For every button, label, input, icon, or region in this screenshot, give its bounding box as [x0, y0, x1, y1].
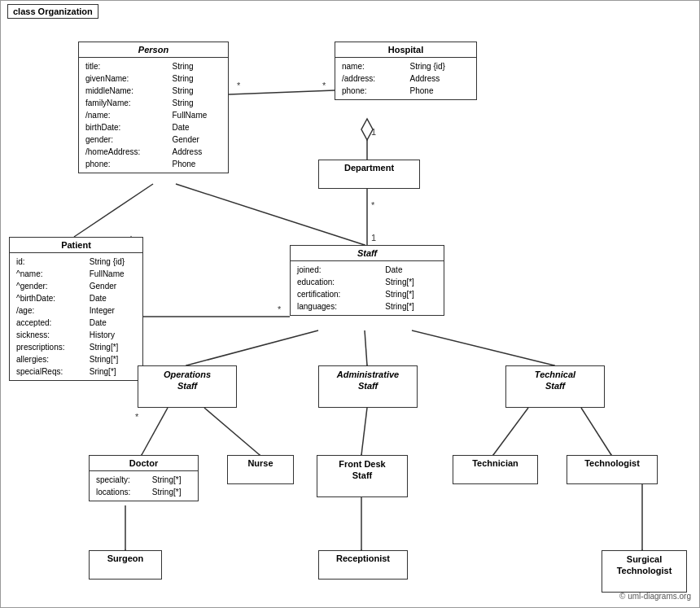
diagram-container: class Organization	[0, 0, 700, 608]
surgeon-class: Surgeon	[89, 550, 162, 580]
surgical-technologist-class: SurgicalTechnologist	[602, 550, 687, 593]
staff-header: Staff	[291, 246, 444, 261]
technical-staff-class: TechnicalStaff	[505, 365, 605, 408]
svg-text:1: 1	[371, 233, 376, 243]
person-class: Person title:String givenName:String mid…	[78, 42, 229, 173]
svg-line-9	[142, 408, 168, 455]
nurse-class: Nurse	[227, 455, 294, 484]
surgeon-header: Surgeon	[90, 551, 161, 566]
doctor-header: Doctor	[90, 456, 198, 471]
doctor-body: specialty:String[*] locations:String[*]	[90, 471, 198, 501]
svg-text:*: *	[322, 81, 326, 90]
svg-line-2	[229, 90, 335, 94]
technician-class: Technician	[453, 455, 538, 484]
diagram-title: class Organization	[7, 4, 98, 19]
patient-header: Patient	[10, 238, 142, 253]
svg-line-12	[493, 408, 528, 455]
patient-class: Patient id:String {id} ^name:FullName ^g…	[9, 237, 143, 381]
department-header: Department	[319, 160, 419, 175]
svg-line-6	[186, 330, 318, 365]
hospital-body: name:String {id} /address:Address phone:…	[335, 58, 476, 99]
svg-line-1	[176, 184, 365, 245]
svg-text:*: *	[278, 304, 282, 314]
svg-text:1: 1	[371, 127, 376, 137]
technologist-header: Technologist	[567, 456, 657, 470]
svg-line-7	[365, 330, 367, 365]
operations-staff-header: OperationsStaff	[138, 366, 236, 395]
surgical-technologist-header: SurgicalTechnologist	[602, 551, 686, 580]
staff-body: joined:Date education:String[*] certific…	[291, 261, 444, 315]
svg-line-13	[581, 408, 611, 455]
administrative-staff-header: AdministrativeStaff	[319, 366, 417, 395]
svg-text:*: *	[237, 81, 241, 90]
svg-marker-4	[361, 119, 373, 140]
person-body: title:String givenName:String middleName…	[79, 58, 228, 173]
receptionist-class: Receptionist	[318, 550, 408, 580]
technician-header: Technician	[453, 456, 537, 470]
doctor-class: Doctor specialty:String[*] locations:Str…	[89, 455, 199, 501]
technologist-class: Technologist	[567, 455, 658, 484]
svg-text:*: *	[371, 200, 375, 210]
patient-body: id:String {id} ^name:FullName ^gender:Ge…	[10, 253, 142, 380]
staff-class: Staff joined:Date education:String[*] ce…	[290, 245, 444, 316]
front-desk-staff-class: Front DeskStaff	[317, 455, 408, 497]
svg-text:*: *	[135, 412, 139, 422]
department-class: Department	[318, 160, 420, 189]
hospital-header: Hospital	[335, 42, 476, 58]
nurse-header: Nurse	[228, 456, 293, 470]
svg-line-0	[74, 184, 153, 237]
receptionist-header: Receptionist	[319, 551, 407, 566]
technical-staff-header: TechnicalStaff	[506, 366, 604, 395]
administrative-staff-class: AdministrativeStaff	[318, 365, 418, 408]
copyright: © uml-diagrams.org	[619, 592, 691, 601]
operations-staff-class: OperationsStaff	[138, 365, 237, 408]
front-desk-staff-header: Front DeskStaff	[317, 456, 407, 484]
svg-line-8	[412, 330, 554, 365]
person-header: Person	[79, 42, 228, 58]
svg-line-10	[204, 408, 260, 455]
hospital-class: Hospital name:String {id} /address:Addre…	[335, 42, 477, 100]
svg-line-11	[361, 408, 367, 455]
